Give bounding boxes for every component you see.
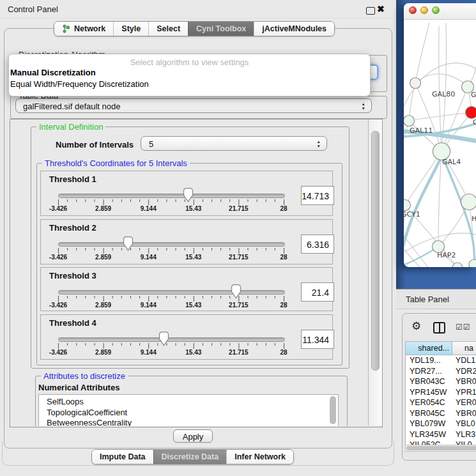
cell-shared-name: YBR045C <box>410 409 445 418</box>
threshold-panel-1: Threshold 1-3.4262.8599.14415.4321.71528… <box>40 171 333 216</box>
svg-text:GCY1: GCY1 <box>404 210 420 219</box>
network-graph[interactable]: GAL80GACGAL11GAL4GCY1HHAP2 <box>404 20 476 267</box>
svg-text:GAL11: GAL11 <box>410 127 433 135</box>
svg-text:H: H <box>472 215 476 223</box>
cell-shared-name: YER054C <box>410 398 445 407</box>
close-traffic-light-icon[interactable] <box>409 6 417 14</box>
numerical-attributes-list[interactable]: SelfLoopsTopologicalCoefficientBetweenne… <box>38 394 339 426</box>
tab-discretize-data[interactable]: Discretize Data <box>153 450 227 464</box>
table-row[interactable]: YBR045CYBR0 <box>406 409 476 420</box>
control-panel-titlebar <box>0 0 396 19</box>
table-panel-titlebar: Table Panel <box>396 289 476 309</box>
slider-track[interactable] <box>58 242 285 247</box>
tab-label: Discretize Data <box>162 452 219 461</box>
svg-text:HAP2: HAP2 <box>437 251 456 259</box>
attributes-section: Attributes to discretize Numerical Attri… <box>10 369 368 426</box>
control-panel-title: Control Panel <box>8 4 58 14</box>
threshold-value-field[interactable]: 6.316 <box>301 234 334 254</box>
slider-tick-label: 28 <box>266 302 302 309</box>
table-row[interactable]: YDR27...YDR2 <box>406 367 476 378</box>
column-header-shared-name[interactable]: shared... <box>405 341 452 355</box>
slider-tick-label: 15.43 <box>176 205 211 212</box>
slider-track[interactable] <box>58 290 285 295</box>
cell-name: YER0 <box>456 398 476 407</box>
slider-tick-label: 9.144 <box>130 205 166 212</box>
slider-tick-label: 28 <box>266 205 302 212</box>
cell-shared-name: YPR145W <box>410 388 447 397</box>
table-row[interactable]: YIL052CYIL0 <box>406 440 476 445</box>
table-horizontal-scrollbar-thumb[interactable] <box>406 446 476 450</box>
cell-name: YBL0 <box>456 419 475 428</box>
slider-thumb[interactable] <box>183 188 194 203</box>
svg-text:C: C <box>473 118 476 127</box>
minimize-traffic-light-icon[interactable] <box>420 6 428 14</box>
table-data-combobox[interactable]: galFiltered.sif default node ▲▼ <box>15 98 372 113</box>
cell-shared-name: YIL052C <box>410 440 441 445</box>
slider-thumb[interactable] <box>158 332 169 346</box>
slider-tick-label: -3.426 <box>40 254 76 261</box>
threshold-panel-3: Threshold 3-3.4262.8599.14415.4321.71528… <box>40 267 333 311</box>
number-of-intervals-spinner[interactable]: 5 ▲▼ <box>141 136 327 151</box>
split-columns-icon[interactable] <box>433 322 445 334</box>
number-of-intervals-label: Number of Intervals <box>56 140 134 150</box>
threshold-label: Threshold 3 <box>49 271 96 280</box>
thresholds-group-title: Threshold's Coordinates for 5 Intervals <box>42 158 190 168</box>
slider-track[interactable] <box>58 194 285 198</box>
tab-style[interactable]: Style <box>113 22 148 36</box>
attribute-list-item[interactable]: TopologicalCoefficient <box>47 408 127 417</box>
slider-tick-label: 15.43 <box>176 302 211 309</box>
attributes-group-title: Attributes to discretize <box>41 371 128 381</box>
tab-label: Select <box>157 24 180 33</box>
algorithm-option-manual[interactable]: Manual Discretization <box>10 68 96 77</box>
tab-jactivemnodules[interactable]: jActiveMNodules <box>254 22 334 36</box>
network-icon <box>62 24 70 33</box>
tab-network[interactable]: Network <box>54 22 113 36</box>
slider-tick-label: 2.859 <box>86 254 121 261</box>
close-icon[interactable]: ✖ <box>377 4 385 14</box>
apply-button[interactable]: Apply <box>173 429 213 443</box>
table-row[interactable]: YDL19...YDL1 <box>406 356 476 367</box>
cell-name: YDR2 <box>456 367 476 376</box>
threshold-value-field[interactable]: 11.344 <box>301 330 334 349</box>
column-header-name[interactable]: na <box>452 341 476 355</box>
slider-track[interactable] <box>58 337 285 342</box>
threshold-value-field[interactable]: 21.4 <box>301 282 334 302</box>
table-data-combobox-value: galFiltered.sif default node <box>23 102 120 111</box>
tab-cyni-toolbox[interactable]: Cyni Toolbox <box>188 22 254 36</box>
cell-shared-name: YDL19... <box>410 356 441 365</box>
cell-shared-name: YBR043C <box>410 377 445 386</box>
table-row[interactable]: YBR043CYBR0 <box>406 377 476 388</box>
number-of-intervals-value: 5 <box>149 139 153 149</box>
tab-infer-network[interactable]: Infer Network <box>226 450 293 464</box>
numerical-attributes-label: Numerical Attributes <box>38 383 119 392</box>
slider-thumb[interactable] <box>123 236 134 251</box>
network-window-titlebar <box>404 3 476 20</box>
table-row[interactable]: YLR345WYLR3 <box>406 430 476 441</box>
checkbox-icons[interactable]: ☑☑ <box>456 323 471 332</box>
vertical-scrollbar-thumb[interactable] <box>371 131 380 371</box>
slider-tick-label: 21.715 <box>220 302 256 309</box>
float-window-icon[interactable] <box>366 7 375 15</box>
slider-tick-label: 9.144 <box>130 349 166 356</box>
slider-tick-label: -3.426 <box>40 205 76 212</box>
threshold-value-field[interactable]: 14.713 <box>301 186 334 205</box>
attribute-list-item[interactable]: SelfLoops <box>47 397 84 406</box>
slider-tick-label: 28 <box>266 254 302 261</box>
combobox-arrows-icon: ▲▼ <box>362 102 365 111</box>
zoom-traffic-light-icon[interactable] <box>432 6 440 14</box>
slider-tick-label: 15.43 <box>176 254 211 261</box>
gear-icon[interactable]: ⚙ <box>411 321 421 332</box>
tab-label: Infer Network <box>234 452 286 461</box>
attribute-list-item[interactable]: BetweennessCentrality <box>47 418 132 426</box>
slider-thumb[interactable] <box>231 284 242 299</box>
table-row[interactable]: YBL079WYBL0 <box>406 419 476 430</box>
table-row[interactable]: YPR145WYPR1 <box>406 388 476 399</box>
tab-select[interactable]: Select <box>148 22 188 36</box>
tab-impute-data[interactable]: Impute Data <box>92 450 153 464</box>
attributes-list-scrollbar-thumb[interactable] <box>330 396 336 424</box>
algorithm-option-equal-width[interactable]: Equal Width/Frequency Discretization <box>10 79 149 89</box>
table-row[interactable]: YER054CYER0 <box>406 398 476 409</box>
threshold-panel-2: Threshold 2-3.4262.8599.14415.4321.71528… <box>40 219 333 265</box>
tab-label: Impute Data <box>100 452 146 461</box>
slider-tick-label: 21.715 <box>220 205 256 212</box>
